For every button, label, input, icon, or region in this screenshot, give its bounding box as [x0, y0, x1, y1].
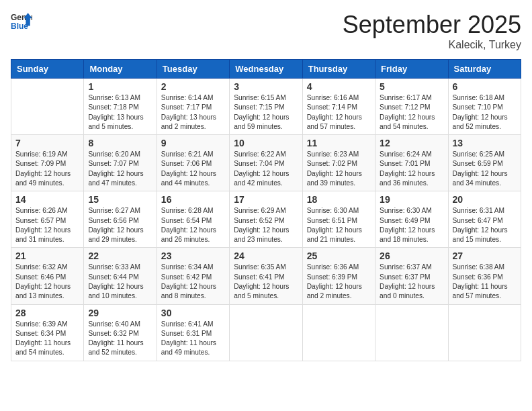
day-number: 13 — [453, 138, 517, 148]
calendar-cell: 17Sunrise: 6:29 AMSunset: 6:52 PMDayligh… — [230, 191, 302, 248]
day-info: Sunrise: 6:30 AMSunset: 6:51 PMDaylight:… — [307, 206, 371, 244]
calendar-cell — [230, 304, 302, 361]
day-number: 24 — [234, 250, 298, 261]
calendar-cell: 3Sunrise: 6:15 AMSunset: 7:15 PMDaylight… — [230, 79, 302, 135]
day-number: 16 — [161, 194, 225, 205]
month-title: September 2025 — [343, 11, 521, 39]
day-number: 12 — [380, 138, 443, 148]
day-info: Sunrise: 6:29 AMSunset: 6:52 PMDaylight:… — [234, 206, 298, 244]
calendar-week-row: 21Sunrise: 6:32 AMSunset: 6:46 PMDayligh… — [11, 248, 521, 304]
weekday-header-saturday: Saturday — [448, 60, 521, 79]
calendar-cell — [375, 304, 448, 361]
day-info: Sunrise: 6:14 AMSunset: 7:17 PMDaylight:… — [161, 93, 225, 132]
day-number: 4 — [307, 81, 371, 92]
calendar-week-row: 7Sunrise: 6:19 AMSunset: 7:09 PMDaylight… — [11, 135, 521, 191]
day-number: 30 — [161, 308, 225, 318]
calendar-cell: 29Sunrise: 6:40 AMSunset: 6:32 PMDayligh… — [84, 304, 157, 361]
calendar-cell: 10Sunrise: 6:22 AMSunset: 7:04 PMDayligh… — [230, 135, 302, 191]
calendar-cell: 15Sunrise: 6:27 AMSunset: 6:56 PMDayligh… — [84, 191, 157, 248]
day-number: 25 — [307, 250, 371, 261]
day-info: Sunrise: 6:40 AMSunset: 6:32 PMDaylight:… — [88, 320, 152, 358]
header: General Blue September 2025 Kalecik, Tur… — [11, 11, 521, 51]
day-info: Sunrise: 6:38 AMSunset: 6:36 PMDaylight:… — [453, 263, 517, 301]
day-info: Sunrise: 6:16 AMSunset: 7:14 PMDaylight:… — [307, 93, 371, 132]
calendar-week-row: 28Sunrise: 6:39 AMSunset: 6:34 PMDayligh… — [11, 304, 521, 361]
calendar-cell — [11, 79, 84, 135]
day-info: Sunrise: 6:22 AMSunset: 7:04 PMDaylight:… — [234, 150, 298, 188]
calendar-cell: 22Sunrise: 6:33 AMSunset: 6:44 PMDayligh… — [84, 248, 157, 304]
day-number: 19 — [380, 194, 443, 205]
day-info: Sunrise: 6:26 AMSunset: 6:57 PMDaylight:… — [15, 206, 79, 244]
day-info: Sunrise: 6:36 AMSunset: 6:39 PMDaylight:… — [307, 263, 371, 301]
svg-text:Blue: Blue — [11, 21, 28, 31]
day-number: 22 — [88, 250, 152, 261]
calendar-cell — [302, 304, 375, 361]
calendar-cell: 5Sunrise: 6:17 AMSunset: 7:12 PMDaylight… — [375, 79, 448, 135]
day-info: Sunrise: 6:18 AMSunset: 7:10 PMDaylight:… — [453, 93, 517, 132]
day-number: 26 — [380, 250, 443, 261]
day-number: 6 — [453, 81, 517, 92]
calendar-week-row: 14Sunrise: 6:26 AMSunset: 6:57 PMDayligh… — [11, 191, 521, 248]
calendar-cell: 18Sunrise: 6:30 AMSunset: 6:51 PMDayligh… — [302, 191, 375, 248]
day-number: 17 — [234, 194, 298, 205]
day-info: Sunrise: 6:24 AMSunset: 7:01 PMDaylight:… — [380, 150, 443, 188]
weekday-header-wednesday: Wednesday — [230, 60, 302, 79]
day-info: Sunrise: 6:34 AMSunset: 6:42 PMDaylight:… — [161, 263, 225, 301]
calendar-cell: 14Sunrise: 6:26 AMSunset: 6:57 PMDayligh… — [11, 191, 84, 248]
calendar-cell: 6Sunrise: 6:18 AMSunset: 7:10 PMDaylight… — [448, 79, 521, 135]
weekday-header-friday: Friday — [375, 60, 448, 79]
calendar-cell: 30Sunrise: 6:41 AMSunset: 6:31 PMDayligh… — [157, 304, 229, 361]
weekday-header-monday: Monday — [84, 60, 157, 79]
day-number: 9 — [161, 138, 225, 148]
weekday-header-tuesday: Tuesday — [157, 60, 229, 79]
day-info: Sunrise: 6:20 AMSunset: 7:07 PMDaylight:… — [88, 150, 152, 188]
day-info: Sunrise: 6:23 AMSunset: 7:02 PMDaylight:… — [307, 150, 371, 188]
calendar-cell: 20Sunrise: 6:31 AMSunset: 6:47 PMDayligh… — [448, 191, 521, 248]
day-number: 3 — [234, 81, 298, 92]
day-info: Sunrise: 6:17 AMSunset: 7:12 PMDaylight:… — [380, 93, 443, 132]
calendar-cell: 28Sunrise: 6:39 AMSunset: 6:34 PMDayligh… — [11, 304, 84, 361]
calendar-cell: 16Sunrise: 6:28 AMSunset: 6:54 PMDayligh… — [157, 191, 229, 248]
calendar-cell: 4Sunrise: 6:16 AMSunset: 7:14 PMDaylight… — [302, 79, 375, 135]
day-info: Sunrise: 6:32 AMSunset: 6:46 PMDaylight:… — [15, 263, 79, 301]
calendar-cell — [448, 304, 521, 361]
day-number: 27 — [453, 250, 517, 261]
day-info: Sunrise: 6:28 AMSunset: 6:54 PMDaylight:… — [161, 206, 225, 244]
day-info: Sunrise: 6:25 AMSunset: 6:59 PMDaylight:… — [453, 150, 517, 188]
day-info: Sunrise: 6:35 AMSunset: 6:41 PMDaylight:… — [234, 263, 298, 301]
weekday-header-thursday: Thursday — [302, 60, 375, 79]
calendar-cell: 21Sunrise: 6:32 AMSunset: 6:46 PMDayligh… — [11, 248, 84, 304]
calendar: SundayMondayTuesdayWednesdayThursdayFrid… — [11, 59, 521, 361]
calendar-cell: 12Sunrise: 6:24 AMSunset: 7:01 PMDayligh… — [375, 135, 448, 191]
day-number: 5 — [380, 81, 443, 92]
calendar-cell: 19Sunrise: 6:30 AMSunset: 6:49 PMDayligh… — [375, 191, 448, 248]
calendar-cell: 26Sunrise: 6:37 AMSunset: 6:37 PMDayligh… — [375, 248, 448, 304]
logo: General Blue — [11, 11, 32, 32]
day-number: 29 — [88, 308, 152, 318]
day-number: 18 — [307, 194, 371, 205]
day-number: 14 — [15, 194, 79, 205]
calendar-cell: 2Sunrise: 6:14 AMSunset: 7:17 PMDaylight… — [157, 79, 229, 135]
weekday-header-sunday: Sunday — [11, 60, 84, 79]
calendar-cell: 23Sunrise: 6:34 AMSunset: 6:42 PMDayligh… — [157, 248, 229, 304]
calendar-cell: 24Sunrise: 6:35 AMSunset: 6:41 PMDayligh… — [230, 248, 302, 304]
weekday-header-row: SundayMondayTuesdayWednesdayThursdayFrid… — [11, 60, 521, 79]
day-number: 8 — [88, 138, 152, 148]
day-info: Sunrise: 6:15 AMSunset: 7:15 PMDaylight:… — [234, 93, 298, 132]
logo-icon: General Blue — [11, 11, 32, 32]
day-info: Sunrise: 6:21 AMSunset: 7:06 PMDaylight:… — [161, 150, 225, 188]
day-number: 21 — [15, 250, 79, 261]
calendar-week-row: 1Sunrise: 6:13 AMSunset: 7:18 PMDaylight… — [11, 79, 521, 135]
calendar-cell: 11Sunrise: 6:23 AMSunset: 7:02 PMDayligh… — [302, 135, 375, 191]
day-info: Sunrise: 6:39 AMSunset: 6:34 PMDaylight:… — [15, 320, 79, 358]
calendar-cell: 8Sunrise: 6:20 AMSunset: 7:07 PMDaylight… — [84, 135, 157, 191]
day-info: Sunrise: 6:37 AMSunset: 6:37 PMDaylight:… — [380, 263, 443, 301]
calendar-cell: 27Sunrise: 6:38 AMSunset: 6:36 PMDayligh… — [448, 248, 521, 304]
day-number: 15 — [88, 194, 152, 205]
title-area: September 2025 Kalecik, Turkey — [343, 11, 521, 51]
day-number: 10 — [234, 138, 298, 148]
day-number: 2 — [161, 81, 225, 92]
calendar-cell: 13Sunrise: 6:25 AMSunset: 6:59 PMDayligh… — [448, 135, 521, 191]
day-number: 1 — [88, 81, 152, 92]
day-info: Sunrise: 6:31 AMSunset: 6:47 PMDaylight:… — [453, 206, 517, 244]
